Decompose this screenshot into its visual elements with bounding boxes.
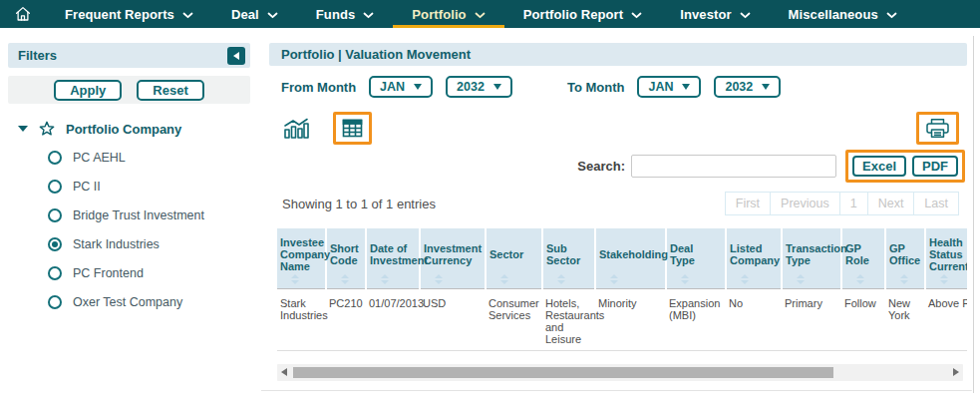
view-toolbar	[269, 112, 967, 145]
nav-menu-item-label: Miscellaneous	[789, 7, 878, 22]
pagination-button[interactable]: 1	[839, 192, 868, 215]
column-header[interactable]: Deal Type	[666, 228, 726, 288]
sort-icon	[435, 274, 443, 284]
nav-home-button[interactable]	[0, 0, 46, 28]
nav-menu-item[interactable]: Portfolio	[393, 0, 503, 28]
apply-button[interactable]: Apply	[54, 80, 122, 101]
column-header[interactable]: Date of Investment	[366, 228, 420, 288]
column-header[interactable]: Sub Sector	[542, 228, 595, 288]
caret-down-icon	[18, 126, 28, 132]
column-header[interactable]: Investment Currency	[420, 228, 486, 288]
column-header[interactable]: GP Role	[841, 228, 885, 288]
table-cell: 01/07/2013	[366, 288, 420, 350]
nav-menu-item-label: Deal	[231, 7, 259, 22]
scroll-left-arrow[interactable]	[281, 368, 287, 376]
month-range-controls: From Month JAN 2032 To Month JAN 2032	[269, 76, 967, 98]
radio-icon	[48, 237, 62, 251]
export-pdf-button[interactable]: PDF	[912, 156, 958, 177]
column-header-label: Sub Sector	[546, 242, 580, 266]
company-radio-option[interactable]: PC II	[8, 172, 250, 201]
tree-node-portfolio-company[interactable]: Portfolio Company	[8, 121, 250, 137]
pagination-button[interactable]: First	[725, 192, 771, 215]
page-title: Portfolio | Valuation Movement	[269, 43, 967, 66]
table-cell: New York	[885, 288, 925, 350]
reset-button[interactable]: Reset	[137, 80, 203, 101]
company-radio-option[interactable]: PC Frontend	[8, 258, 250, 287]
column-header[interactable]: Short Code	[326, 228, 366, 288]
company-label: PC II	[73, 180, 101, 194]
pagination-button[interactable]: Next	[867, 192, 915, 215]
chart-icon	[283, 118, 309, 140]
pagination: First Previous 1 Next Last	[726, 192, 959, 215]
company-radio-option[interactable]: Bridge Trust Investment	[8, 201, 250, 229]
printer-icon	[925, 118, 950, 139]
table-cell: Primary	[782, 288, 841, 350]
radio-icon	[48, 151, 62, 165]
company-label: PC AEHL	[73, 151, 126, 165]
nav-menu-item[interactable]: Miscellaneous	[770, 0, 916, 28]
horizontal-scrollbar[interactable]	[277, 364, 963, 381]
company-radio-option[interactable]: Stark Industries	[8, 229, 250, 258]
print-button[interactable]	[916, 112, 959, 145]
chevron-down-icon	[886, 12, 897, 19]
table-cell: PC210	[326, 288, 366, 350]
from-month-value: JAN	[380, 80, 405, 94]
company-label: Stark Industries	[73, 237, 160, 251]
chevron-down-icon	[631, 12, 642, 19]
to-month-select[interactable]: JAN	[637, 76, 701, 98]
column-header-label: Transaction Type	[786, 242, 847, 266]
column-header[interactable]: Sector	[486, 228, 542, 288]
column-header-label: Investment Currency	[424, 242, 482, 266]
from-month-select[interactable]: JAN	[369, 76, 433, 98]
caret-down-icon	[682, 84, 690, 90]
to-month-label: To Month	[567, 80, 625, 95]
column-header[interactable]: Investee Company Name	[277, 228, 326, 288]
to-year-select[interactable]: 2032	[714, 76, 781, 98]
chevron-down-icon	[475, 12, 486, 19]
radio-icon	[48, 180, 62, 194]
column-header[interactable]: Stakeholding	[595, 228, 666, 288]
table-row[interactable]: Stark Industries PC210 01/07/2013 USD Co…	[277, 288, 967, 350]
column-header[interactable]: Transaction Type	[782, 228, 841, 288]
main-content: Portfolio | Valuation Movement From Mont…	[269, 43, 967, 381]
column-header[interactable]: Listed Company	[726, 228, 782, 288]
tree-node-label: Portfolio Company	[66, 122, 181, 137]
from-year-select[interactable]: 2032	[446, 76, 512, 98]
table-cell: No	[726, 288, 782, 350]
chart-view-button[interactable]	[283, 118, 309, 140]
column-header[interactable]: GP Office	[885, 228, 925, 288]
scrollbar-thumb[interactable]	[293, 367, 833, 378]
column-header-label: Deal Type	[670, 242, 695, 266]
company-radio-option[interactable]: Oxer Test Company	[8, 287, 250, 316]
company-radio-option[interactable]: PC AEHL	[8, 143, 250, 172]
table-view-button[interactable]	[333, 112, 372, 145]
pagination-button[interactable]: Last	[913, 192, 959, 215]
table-cell: Stark Industries	[277, 288, 326, 350]
column-header[interactable]: Health Status Current	[925, 228, 967, 288]
nav-menu-item[interactable]: Portfolio Report	[504, 0, 662, 28]
company-label: Bridge Trust Investment	[73, 208, 204, 222]
column-header-label: Investee Company Name	[280, 236, 330, 272]
radio-icon	[48, 295, 62, 309]
page-bottom-edge	[261, 390, 972, 391]
table-cell: Expansion (MBI)	[666, 288, 726, 350]
nav-menu-item-label: Investor	[680, 7, 731, 22]
collapse-filters-button[interactable]	[227, 47, 245, 65]
column-header-label: GP Role	[845, 242, 869, 266]
chevron-down-icon	[267, 12, 278, 19]
chevron-down-icon	[740, 12, 751, 19]
to-year-value: 2032	[725, 80, 753, 94]
nav-menu-item[interactable]: Funds	[297, 0, 394, 28]
pagination-button[interactable]: Previous	[770, 192, 840, 215]
caret-down-icon	[762, 84, 770, 90]
export-excel-button[interactable]: Excel	[852, 156, 906, 177]
nav-menu-item[interactable]: Investor	[661, 0, 769, 28]
search-input[interactable]	[631, 155, 836, 178]
sort-icon	[557, 274, 565, 284]
table-header-row: Investee Company Name Short Code Date of…	[277, 228, 967, 288]
sort-icon	[741, 274, 749, 284]
scroll-right-arrow[interactable]	[953, 368, 959, 376]
nav-menu-item[interactable]: Frequent Reports	[46, 0, 212, 28]
sort-icon	[940, 274, 948, 284]
nav-menu-item[interactable]: Deal	[212, 0, 297, 28]
